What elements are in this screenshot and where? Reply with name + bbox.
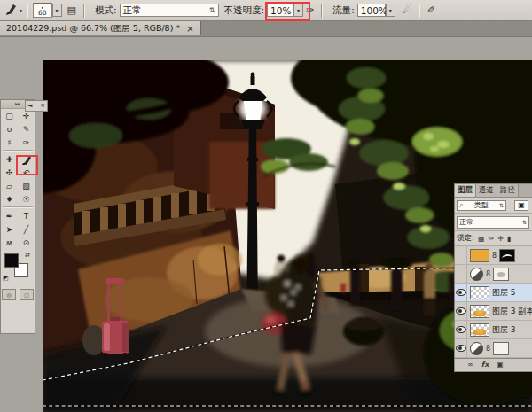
lock-transparency-icon[interactable]: ▦ [478, 235, 485, 243]
mask-link-icon[interactable]: 8 [486, 270, 490, 278]
tool-preset-arrow[interactable]: ▾ [20, 7, 22, 13]
layer-row-adjustment-hidden[interactable]: 8 [455, 265, 532, 284]
layer-mask-thumbnail[interactable] [493, 342, 509, 355]
mask-link-icon[interactable]: 8 [486, 345, 490, 353]
history-brush-tool[interactable]: ↶ [18, 166, 35, 179]
layer-row-layer5[interactable]: 图层 5 [455, 284, 532, 302]
flow-arrow[interactable]: ▾ [386, 4, 395, 17]
opacity-input[interactable]: 10% [267, 4, 293, 17]
lasso-tool[interactable]: σ [1, 122, 18, 136]
quick-mask-button[interactable]: ◎ [2, 289, 16, 300]
brush-tool-icon[interactable] [4, 3, 17, 18]
adjustment-layer-icon[interactable] [470, 342, 483, 355]
eye-icon [456, 307, 466, 315]
dodge-tool[interactable]: ☉ [18, 192, 35, 206]
layer-name[interactable]: 图层 3 副本 [492, 306, 532, 317]
brush-preset-arrow[interactable]: ▾ [52, 4, 62, 17]
brush-preset-picker[interactable]: • 60 [33, 3, 52, 18]
blend-mode-row: 正常 ⇅ [455, 214, 532, 231]
tablet-size-icon[interactable]: ✐ [427, 4, 435, 16]
shape-tool[interactable]: ╱ [18, 222, 35, 236]
swap-colors-icon[interactable]: ⇄ [25, 252, 30, 259]
layer-effects-icon[interactable]: fx [481, 361, 489, 369]
brush-tool-icon [21, 154, 32, 165]
divider [3, 206, 33, 208]
eraser-tool[interactable]: ▱ [1, 179, 18, 192]
adjustment-layer-icon[interactable] [470, 268, 483, 281]
spinner-icon: ⇅ [522, 219, 527, 225]
layer-name[interactable]: 图层 5 [492, 287, 516, 299]
filter-pixel-icon[interactable]: ▣ [514, 200, 528, 211]
brush-tool[interactable] [18, 152, 35, 166]
layer-row-orange-fill[interactable]: 8 [455, 246, 532, 265]
document-tab-strip: 20104229.psd @ 66.7% (图层 5, RGB/8) * × [0, 21, 532, 37]
clone-stamp-tool[interactable]: ✣ [1, 166, 18, 179]
toggle-brush-panel-icon[interactable]: ▤ [67, 4, 76, 16]
crop-tool[interactable]: ♯ [1, 136, 18, 149]
palette-title-bar: ◄ × [25, 100, 48, 112]
tab-layers[interactable]: 图层 [455, 184, 476, 197]
lock-all-icon[interactable]: ▮ [507, 235, 511, 243]
visibility-toggle[interactable] [455, 339, 467, 357]
separator [419, 4, 420, 18]
separator [27, 4, 28, 18]
layer-thumbnail[interactable] [470, 249, 489, 262]
layer-row-layer3[interactable]: 图层 3 [455, 321, 532, 339]
eyedropper-tool[interactable]: ✑ [18, 136, 35, 149]
pen-tool[interactable]: ✒ [1, 209, 18, 222]
tab-paths[interactable]: 路径 [497, 184, 519, 197]
quick-selection-tool[interactable]: ✎ [18, 122, 35, 136]
close-tab-icon[interactable]: × [186, 24, 193, 34]
visibility-toggle[interactable] [455, 265, 467, 283]
visibility-toggle[interactable] [455, 246, 467, 264]
tools-palette: ▸▸ ▢ ✛ σ ✎ ♯ ✑ ✚ ✣ ↶ ▱ ▧ ♦ ☉ [0, 99, 35, 334]
layer-mask-thumbnail[interactable] [499, 249, 515, 262]
lock-pixels-icon[interactable]: ✑ [488, 235, 494, 243]
flow-input[interactable]: 100% [357, 4, 386, 17]
type-tool[interactable]: T [18, 209, 35, 222]
airbrush-icon[interactable]: ☄ [403, 4, 411, 16]
hand-tool[interactable]: ʍ [1, 236, 18, 249]
layer-row-adjustment[interactable]: 8 [455, 339, 532, 358]
layer-thumbnail[interactable] [470, 323, 489, 337]
layer-row-layer3-copy[interactable]: 图层 3 副本 [455, 302, 532, 321]
blend-mode-select[interactable]: 正常 ⇅ [120, 4, 219, 17]
spot-healing-tool[interactable]: ✚ [1, 152, 18, 166]
visibility-toggle[interactable] [455, 302, 467, 320]
visibility-toggle[interactable] [455, 321, 467, 338]
tab-channels[interactable]: 通道 [476, 184, 497, 197]
blur-tool[interactable]: ♦ [1, 192, 18, 206]
layers-panel-footer: ∞ fx ▣ [455, 358, 532, 370]
separator [83, 4, 85, 18]
layer-mask-thumbnail[interactable] [493, 268, 509, 281]
tablet-opacity-icon[interactable]: ✑ [306, 4, 314, 16]
mask-link-icon[interactable]: 8 [492, 252, 497, 260]
zoom-tool[interactable]: ⊙ [18, 236, 35, 249]
layer-thumbnail[interactable] [470, 305, 489, 318]
layer-thumbnail[interactable] [470, 286, 489, 299]
blend-mode-value: 正常 [123, 4, 142, 17]
close-icon[interactable]: × [40, 101, 45, 111]
filter-type-select[interactable]: ⌕ 类型 ⇅ [457, 200, 506, 211]
default-colors-icon[interactable]: ◩ [3, 275, 9, 282]
document-tab[interactable]: 20104229.psd @ 66.7% (图层 5, RGB/8) * × [0, 21, 201, 35]
layer-blend-mode-select[interactable]: 正常 ⇅ [457, 216, 529, 229]
spinner-icon: ⇅ [209, 6, 215, 14]
opacity-arrow[interactable]: ▾ [293, 4, 303, 17]
panel-tabs: 图层 通道 路径 [455, 184, 532, 198]
layer-name[interactable]: 图层 3 [492, 324, 516, 336]
gradient-tool[interactable]: ▧ [18, 179, 35, 192]
rect-marquee-tool[interactable]: ▢ [1, 109, 18, 122]
foreground-color-swatch[interactable] [4, 253, 19, 268]
lock-position-icon[interactable]: ✛ [497, 235, 504, 243]
collapse-icon[interactable]: ◄ [27, 101, 32, 111]
path-select-tool[interactable]: ➤ [1, 222, 18, 236]
add-layer-mask-icon[interactable]: ▣ [497, 361, 504, 369]
photoshop-window: ▾ • 60 ▾ ▤ 模式: 正常 ⇅ 不透明度: 10% ▾ ✑ 流量: 10… [0, 0, 532, 412]
pixel-filter-glyph: ▣ [518, 201, 525, 209]
filter-type-label: 类型 [474, 200, 489, 210]
visibility-toggle[interactable] [455, 284, 467, 301]
screen-mode-button[interactable]: ▢ [20, 289, 34, 300]
link-layers-icon[interactable]: ∞ [467, 361, 473, 369]
layer-filter-row: ⌕ 类型 ⇅ ▣ [455, 198, 532, 214]
